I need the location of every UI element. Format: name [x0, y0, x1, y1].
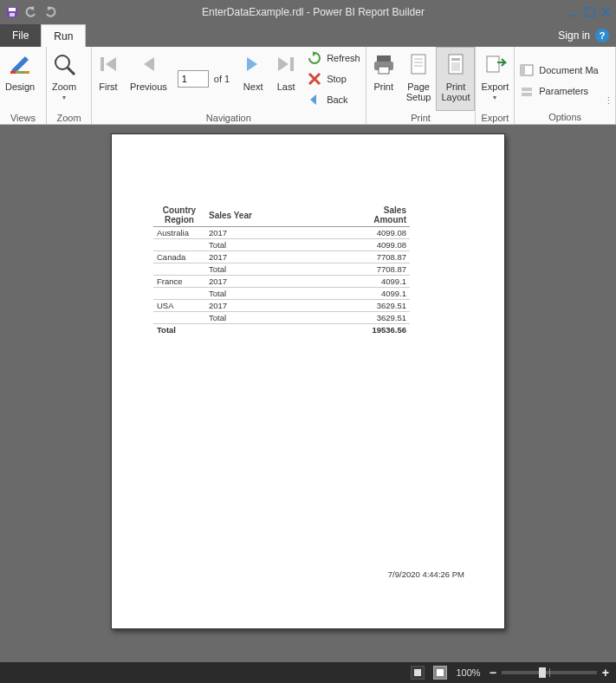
svg-rect-27 — [414, 669, 421, 676]
print-layout-icon — [444, 50, 468, 78]
previous-button[interactable]: Previous — [125, 47, 172, 111]
ribbon-group-zoom: Zoom ▾ Zoom — [47, 47, 92, 124]
zoom-tick — [549, 668, 550, 677]
zoom-track[interactable] — [502, 671, 597, 674]
next-label: Next — [243, 81, 263, 92]
save-icon[interactable] — [5, 5, 19, 19]
svg-rect-4 — [586, 8, 594, 16]
previous-icon — [137, 50, 159, 78]
table-subtotal-row: Total4099.1 — [153, 288, 410, 300]
cell-subtotal-amount: 7708.87 — [283, 263, 410, 276]
table-grand-total-row: Total19536.56 — [153, 324, 410, 336]
svg-rect-7 — [19, 71, 24, 74]
document-map-button[interactable]: Document Ma — [520, 62, 598, 79]
view-mode-normal-button[interactable] — [411, 666, 425, 680]
parameters-icon — [520, 84, 534, 98]
svg-rect-6 — [10, 71, 16, 74]
options-overflow-icon[interactable]: ⋮ — [604, 95, 613, 110]
page-setup-button[interactable]: Page Setup — [401, 47, 437, 111]
design-icon — [8, 50, 32, 78]
table-row: USA20173629.51 — [153, 300, 410, 312]
cell-grand-total-label: Total — [153, 324, 205, 336]
zoom-percent-label: 100% — [456, 667, 480, 678]
status-bar: 100% − + — [0, 662, 616, 683]
first-button[interactable]: First — [92, 47, 125, 111]
print-icon — [372, 50, 396, 78]
cell-grand-total-amount: 19536.56 — [283, 324, 410, 336]
zoom-button[interactable]: Zoom ▾ — [47, 47, 81, 111]
svg-rect-28 — [437, 669, 444, 676]
cell-country — [153, 263, 205, 276]
cell-country: France — [153, 276, 205, 288]
first-label: First — [99, 81, 117, 92]
cell-country: USA — [153, 300, 205, 312]
cell-country — [153, 312, 205, 324]
refresh-button[interactable]: Refresh — [308, 49, 360, 67]
zoom-slider[interactable]: − + — [490, 666, 609, 680]
report-page: Country Region Sales Year Sales Amount A… — [111, 133, 505, 629]
help-icon[interactable]: ? — [595, 29, 609, 42]
tab-run[interactable]: Run — [41, 24, 86, 47]
cell-subtotal-label: Total — [205, 288, 283, 300]
parameters-label: Parameters — [539, 86, 588, 96]
cell-subtotal-label: Total — [205, 312, 283, 324]
undo-icon[interactable] — [24, 5, 38, 19]
cell-year: 2017 — [205, 251, 283, 263]
view-mode-print-button[interactable] — [433, 666, 447, 680]
document-map-label: Document Ma — [539, 65, 598, 75]
svg-rect-3 — [569, 15, 578, 16]
last-button[interactable]: Last — [269, 47, 302, 111]
cell-subtotal-label: Total — [205, 239, 283, 251]
svg-rect-26 — [522, 93, 532, 96]
col-header-country: Country Region — [153, 204, 205, 227]
print-button[interactable]: Print — [366, 47, 401, 111]
report-table: Country Region Sales Year Sales Amount A… — [153, 204, 410, 335]
zoom-thumb[interactable] — [539, 667, 546, 678]
minimize-icon[interactable] — [569, 7, 580, 17]
design-label: Design — [5, 81, 35, 92]
ribbon: Design Views Zoom ▾ Zoom First — [0, 47, 616, 125]
redo-icon[interactable] — [43, 5, 57, 19]
zoom-out-button[interactable]: − — [490, 666, 496, 680]
cell-subtotal-amount: 4099.08 — [283, 239, 410, 251]
back-button[interactable]: Back — [308, 91, 360, 108]
sign-in-link[interactable]: Sign in ? — [558, 24, 616, 47]
tab-file[interactable]: File — [0, 24, 41, 47]
zoom-in-button[interactable]: + — [602, 666, 609, 680]
stop-label: Stop — [327, 74, 347, 84]
table-subtotal-row: Total4099.08 — [153, 239, 410, 251]
current-page-input[interactable] — [178, 70, 209, 88]
print-layout-button[interactable]: Print Layout — [436, 47, 475, 111]
cell-year: 2017 — [205, 276, 283, 288]
group-label-views: Views — [0, 111, 46, 125]
export-button[interactable]: Export ▾ — [476, 47, 514, 111]
col-header-year: Sales Year — [205, 204, 283, 227]
ribbon-group-views: Design Views — [0, 47, 47, 124]
group-label-navigation: Navigation — [92, 111, 366, 125]
parameters-button[interactable]: Parameters — [520, 82, 598, 100]
cell-subtotal-amount: 3629.51 — [283, 312, 410, 324]
page-of-label: of 1 — [212, 74, 231, 84]
table-row: Canada20177708.87 — [153, 251, 410, 263]
maximize-icon[interactable] — [585, 7, 595, 17]
svg-rect-10 — [101, 57, 104, 71]
svg-rect-25 — [522, 88, 532, 91]
stop-button[interactable]: Stop — [308, 70, 360, 88]
cell-subtotal-amount: 4099.1 — [283, 288, 410, 300]
ribbon-group-options: Document Ma Parameters ⋮ Options — [515, 47, 616, 124]
next-button[interactable]: Next — [237, 47, 269, 111]
cell-country — [153, 239, 205, 251]
close-icon[interactable] — [600, 7, 611, 17]
svg-line-9 — [68, 68, 75, 75]
svg-rect-22 — [487, 56, 499, 72]
print-label: Print — [373, 81, 393, 92]
design-button[interactable]: Design — [0, 47, 40, 111]
first-icon — [97, 50, 120, 78]
svg-rect-21 — [451, 62, 460, 71]
report-viewer[interactable]: Country Region Sales Year Sales Amount A… — [0, 125, 616, 662]
zoom-icon — [52, 50, 76, 78]
previous-label: Previous — [130, 81, 167, 92]
cell-year: 2017 — [205, 227, 283, 239]
group-label-export: Export — [476, 111, 514, 125]
group-label-print: Print — [366, 111, 476, 125]
